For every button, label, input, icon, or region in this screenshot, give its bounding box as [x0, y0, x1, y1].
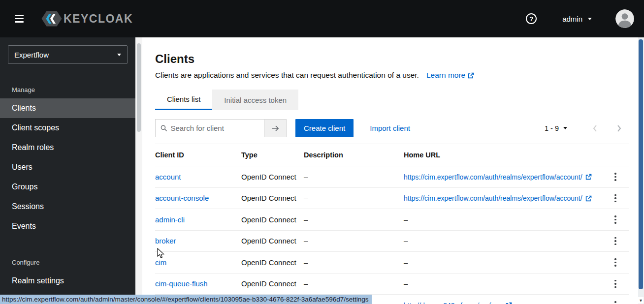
table-row: account-console OpenID Connect – https:/…: [155, 187, 629, 209]
home-url-empty: –: [404, 252, 612, 274]
client-id-link[interactable]: account: [155, 173, 181, 181]
row-actions-kebab-icon[interactable]: [612, 299, 618, 304]
user-avatar-icon: [615, 9, 634, 28]
realm-selector[interactable]: Expertflow: [8, 45, 128, 64]
realm-name: Expertflow: [14, 51, 49, 59]
tab-clients-list[interactable]: Clients list: [155, 90, 212, 110]
keycloak-admin-console: KEYCLOAK ? admin Expertflow Manage Cl: [0, 0, 644, 304]
home-url-link[interactable]: http://devops242.ef.com/grafana: [404, 302, 512, 304]
chevron-left-icon: [592, 124, 597, 132]
sidebar-item-users[interactable]: Users: [0, 157, 135, 177]
page-scrollbar-thumb[interactable]: [639, 39, 643, 289]
search-group: [155, 119, 287, 137]
pagination: 1 - 9: [545, 122, 629, 134]
external-link-icon: [468, 72, 474, 79]
client-id-link[interactable]: account-console: [155, 194, 209, 202]
table-row: admin-cli OpenID Connect – –: [155, 209, 629, 231]
pagination-dropdown[interactable]: 1 - 9: [545, 124, 567, 132]
nav-section-configure: Configure: [0, 250, 135, 271]
client-type: OpenID Connect: [241, 273, 304, 295]
column-header-home-url: Home URL: [404, 144, 612, 166]
home-url-empty: –: [404, 209, 612, 231]
row-actions-kebab-icon[interactable]: [612, 171, 618, 183]
sidebar-scrollbar-thumb[interactable]: [137, 43, 141, 132]
user-name: admin: [562, 15, 582, 23]
tabs: Clients list Initial access token: [155, 90, 629, 110]
chevron-down-icon: [117, 54, 121, 56]
help-icon[interactable]: ?: [526, 13, 537, 24]
page-description-row: Clients are applications and services th…: [155, 71, 629, 80]
table-row: broker OpenID Connect – –: [155, 230, 629, 252]
client-id-link[interactable]: broker: [155, 237, 176, 245]
client-id-link[interactable]: cim-queue-flush: [155, 279, 208, 288]
chevron-right-icon: [617, 124, 622, 132]
client-id-link[interactable]: admin-cli: [155, 215, 185, 224]
page-title: Clients: [155, 52, 629, 66]
brand-wordmark: KEYCLOAK: [64, 12, 133, 26]
sidebar-item-realm-settings[interactable]: Realm settings: [0, 271, 135, 291]
client-type: OpenID Connect: [241, 252, 304, 274]
mouse-cursor: [157, 248, 165, 259]
import-client-link[interactable]: Import client: [370, 124, 410, 132]
pagination-range-label: 1 - 9: [545, 124, 559, 132]
home-url-link[interactable]: https://cim.expertflow.com/auth/realms/e…: [404, 173, 592, 181]
sidebar-item-client-scopes[interactable]: Client scopes: [0, 118, 135, 138]
client-description: –: [304, 187, 404, 209]
column-header-actions: [612, 144, 629, 166]
sidebar-item-clients[interactable]: Clients: [0, 98, 135, 118]
external-link-icon: [506, 302, 512, 304]
sidebar-item-sessions[interactable]: Sessions: [0, 197, 135, 216]
search-submit-button[interactable]: [264, 119, 287, 137]
row-actions-kebab-icon[interactable]: [612, 256, 618, 269]
sidebar-item-groups[interactable]: Groups: [0, 177, 135, 197]
client-description: –: [304, 166, 404, 188]
client-description: –: [304, 273, 404, 295]
client-type: OpenID Connect: [241, 209, 304, 231]
row-actions-kebab-icon[interactable]: [612, 278, 618, 290]
user-menu[interactable]: admin: [562, 15, 592, 23]
create-client-button[interactable]: Create client: [295, 119, 354, 137]
sidebar-item-events[interactable]: Events: [0, 216, 135, 236]
arrow-right-icon: [272, 125, 279, 132]
toolbar: Create client Import client 1 - 9: [155, 119, 629, 137]
status-url: https://cim.expertflow.com/auth/admin/ma…: [0, 295, 372, 304]
search-box: [155, 119, 264, 137]
avatar[interactable]: [615, 9, 634, 28]
learn-more-link[interactable]: Learn more: [426, 71, 474, 80]
scrollbar-down-arrow-icon[interactable]: ▾: [638, 297, 644, 304]
row-actions-kebab-icon[interactable]: [612, 192, 618, 205]
main-content: Clients Clients are applications and ser…: [142, 37, 638, 304]
table-row: cim OpenID Connect – –: [155, 252, 629, 274]
nav-section-manage: Manage: [0, 77, 135, 98]
sidebar-scrollbar[interactable]: [135, 37, 142, 304]
client-description: –: [304, 230, 404, 252]
app-header: KEYCLOAK ? admin: [0, 0, 644, 37]
sidebar-nav: Expertflow Manage Clients Client scopes …: [0, 37, 135, 304]
table-header-row: Client ID Type Description Home URL: [155, 144, 629, 166]
row-actions-kebab-icon[interactable]: [612, 235, 618, 247]
page-scrollbar[interactable]: [638, 37, 644, 304]
pagination-next-button[interactable]: [613, 122, 625, 134]
column-header-description: Description: [304, 144, 404, 166]
client-type: OpenID Connect: [241, 166, 304, 188]
column-header-type: Type: [241, 144, 304, 166]
keycloak-logo[interactable]: KEYCLOAK: [41, 11, 133, 27]
chevron-down-icon: [588, 18, 592, 20]
home-url-link[interactable]: https://cim.expertflow.com/auth/realms/e…: [404, 194, 592, 202]
search-icon: [161, 124, 167, 132]
client-id-link[interactable]: cim: [155, 258, 166, 267]
external-link-icon: [585, 195, 592, 202]
clients-table: Client ID Type Description Home URL acco…: [155, 144, 629, 304]
client-type: OpenID Connect: [241, 187, 304, 209]
hamburger-menu-icon[interactable]: [12, 12, 27, 26]
pagination-prev-button[interactable]: [589, 122, 601, 134]
page-description: Clients are applications and services th…: [155, 71, 419, 80]
client-description: –: [304, 209, 404, 231]
sidebar-item-realm-roles[interactable]: Realm roles: [0, 138, 135, 157]
tab-initial-access-token[interactable]: Initial access token: [212, 90, 298, 110]
search-input[interactable]: [170, 124, 259, 132]
chevron-down-icon: [563, 127, 567, 129]
client-description: –: [304, 252, 404, 274]
table-row: cim-queue-flush OpenID Connect – –: [155, 273, 629, 295]
row-actions-kebab-icon[interactable]: [612, 213, 618, 226]
